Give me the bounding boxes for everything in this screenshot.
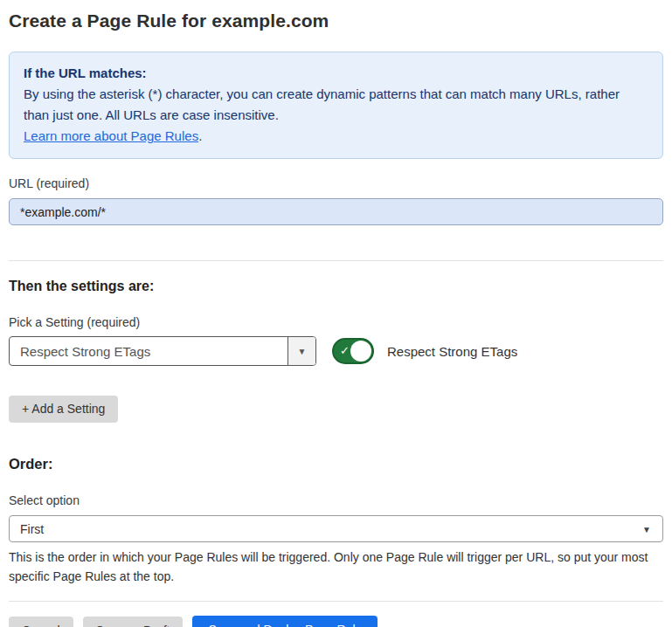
setting-toggle[interactable]: ✓: [332, 338, 374, 364]
pick-setting-label: Pick a Setting (required): [9, 315, 663, 329]
order-heading: Order:: [9, 456, 663, 472]
check-icon: ✓: [340, 344, 350, 357]
url-field-label: URL (required): [9, 176, 663, 190]
setting-row: Respect Strong ETags ▼ ✓ Respect Strong …: [9, 336, 663, 366]
cancel-button[interactable]: Cancel: [9, 617, 73, 627]
page-title: Create a Page Rule for example.com: [9, 10, 663, 31]
info-box-link-line: Learn more about Page Rules.: [24, 126, 648, 147]
add-setting-button[interactable]: + Add a Setting: [9, 396, 118, 423]
url-input[interactable]: [9, 198, 663, 225]
footer-actions: Cancel Save as Draft Save and Deploy Pag…: [9, 616, 663, 627]
info-box-body: By using the asterisk (*) character, you…: [24, 84, 648, 126]
order-select[interactable]: First ▼: [9, 515, 663, 542]
info-box-heading: If the URL matches:: [24, 63, 648, 84]
settings-heading: Then the settings are:: [9, 279, 663, 294]
order-help-text: This is the order in which your Page Rul…: [9, 548, 660, 586]
dropdown-arrow-button[interactable]: ▼: [288, 337, 315, 365]
toggle-knob: [350, 341, 371, 362]
create-page-rule-form: Create a Page Rule for example.com If th…: [0, 0, 672, 627]
save-and-deploy-button[interactable]: Save and Deploy Page Rule: [192, 616, 378, 627]
learn-more-link[interactable]: Learn more about Page Rules: [24, 128, 198, 143]
caret-down-icon: ▼: [298, 347, 307, 356]
chevron-down-icon: ▼: [642, 524, 651, 534]
url-match-info-box: If the URL matches: By using the asteris…: [9, 52, 663, 159]
section-divider: [9, 260, 663, 261]
save-as-draft-button[interactable]: Save as Draft: [83, 617, 184, 627]
setting-dropdown-value: Respect Strong ETags: [10, 337, 288, 365]
setting-dropdown[interactable]: Respect Strong ETags ▼: [9, 336, 316, 366]
order-select-label: Select option: [9, 493, 663, 507]
toggle-label: Respect Strong ETags: [387, 344, 517, 359]
footer-divider: [9, 601, 663, 602]
order-select-value: First: [20, 522, 44, 536]
link-period: .: [198, 128, 202, 143]
